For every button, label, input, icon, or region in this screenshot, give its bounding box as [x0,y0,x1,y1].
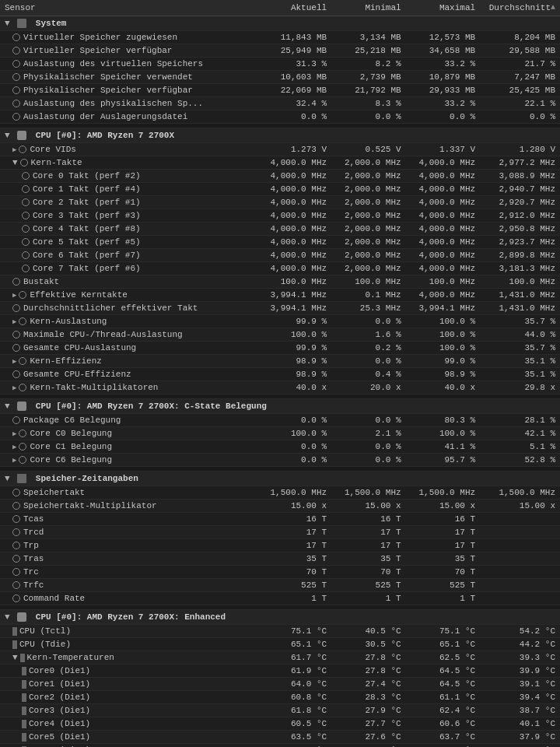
avg-value: 35.7 % [480,315,560,328]
expand-icon[interactable]: ▶ [12,357,16,366]
expand-icon[interactable]: ▶ [12,146,16,154]
col-current: Aktuell [257,0,332,16]
collapse-icon[interactable]: ▼ [5,402,10,411]
sensor-name: Package C6 Belegung [23,416,121,425]
sensor-name: Gesamte CPU-Auslastung [23,343,136,352]
collapse-icon[interactable]: ▼ [12,653,18,662]
current-value: 4,000.0 MHz [257,170,332,183]
temp-bar-icon [22,720,26,728]
min-value: 27.7 °C [331,717,406,731]
temp-bar-icon [20,654,25,662]
sensor-circle-icon [22,251,30,259]
max-value: 41.1 % [406,440,481,454]
sensor-name: Core 5 Takt (perf #5) [33,237,141,247]
sensor-circle-icon [12,594,20,602]
table-row: Auslastung des physikalischen Sp... 32.4… [0,97,560,110]
sensor-circle-icon [22,225,30,233]
sensor-cell: Trc [0,566,257,579]
sensor-name: Core0 (Die1) [29,666,90,675]
max-value: 80.3 % [406,414,481,427]
col-sensor: Sensor [0,0,257,16]
sensor-cell: Core5 (Die1) [0,731,257,744]
collapse-icon[interactable]: ▼ [5,131,10,140]
sensor-circle-icon [22,185,30,193]
table-row: Tcas 16 T 16 T 16 T [0,513,560,526]
max-value: 62.5 °C [406,651,481,665]
sensor-circle-icon [12,113,20,121]
sensor-circle-icon [12,60,20,68]
table-row: Core6 (Die1) 58.9 °C 27.5 °C 58.9 °C 39.… [0,744,560,747]
sensor-name: Kern-Auslastung [30,317,107,326]
min-value: 28.3 °C [331,691,406,704]
expand-icon[interactable]: ▶ [12,456,16,465]
sensor-circle-icon [12,581,20,589]
expand-icon[interactable]: ▶ [12,291,16,300]
min-value: 27.5 °C [331,744,406,747]
max-value: 98.9 % [406,368,481,381]
expand-icon[interactable]: ▶ [12,317,16,326]
sensor-cell: Auslastung des virtuellen Speichers [0,58,257,71]
max-value: 1,500.0 MHz [406,486,481,500]
sensor-cell: Auslastung des physikalischen Sp... [0,97,257,110]
sensor-name: Speichertakt [23,488,85,497]
max-value: 15.00 x [406,500,481,513]
max-value: 75.1 °C [406,625,481,638]
sensor-name: Kern-Takte [31,158,82,167]
table-row: Command Rate 1 T 1 T 1 T [0,592,560,605]
collapse-icon[interactable]: ▼ [5,19,10,28]
collapse-icon[interactable]: ▼ [12,158,18,167]
current-value: 4,000.0 MHz [257,262,332,275]
sensor-cell: Physikalischer Speicher verfügbar [0,84,257,97]
min-value: 1,500.0 MHz [331,486,406,500]
table-row: CPU (Tctl) 75.1 °C 40.5 °C 75.1 °C 54.2 … [0,625,560,638]
current-value: 4,000.0 MHz [257,209,332,223]
sensor-cell: CPU (Tctl) [0,625,257,638]
min-value: 25.3 MHz [331,302,406,315]
current-value: 15.00 x [257,500,332,513]
sensor-cell: ▶Core C0 Belegung [0,427,257,440]
max-value: 17 T [406,526,481,539]
avg-value: 44.2 °C [480,638,560,651]
sensor-name: Virtueller Speicher zugewiesen [23,33,177,42]
min-value: 0.4 % [331,368,406,381]
sensor-cell: ▶Core C6 Belegung [0,454,257,467]
sensor-cell: ▶Core C1 Belegung [0,440,257,454]
sensor-name: Maximale CPU-/Thread-Auslastung [23,330,183,339]
current-value: 1.273 V [257,143,332,156]
max-value: 4,000.0 MHz [406,156,481,170]
expand-icon[interactable]: ▶ [12,384,16,392]
temp-bar-icon [22,667,26,675]
avg-value: 35.7 % [480,342,560,355]
table-row: Physikalischer Speicher verwendet 10,603… [0,71,560,84]
col-avg: Durchschnitt ▲ [480,0,560,16]
sensor-name: Trp [23,541,39,550]
min-value: 0.0 % [331,414,406,427]
expand-icon[interactable]: ▶ [12,443,16,451]
max-value: 64.5 °C [406,665,481,678]
table-row: Core 0 Takt (perf #2) 4,000.0 MHz 2,000.… [0,170,560,183]
sensor-cell: ▶Kern-Auslastung [0,315,257,328]
collapse-icon[interactable]: ▼ [5,474,10,483]
sensor-name: CPU (Tctl) [19,626,71,636]
avg-value: 21.7 % [480,58,560,71]
avg-value: 54.2 °C [480,625,560,638]
sensor-cell: Trfc [0,579,257,592]
min-value: 0.0 % [331,440,406,454]
current-value: 4,000.0 MHz [257,249,332,262]
sensor-name: Core 1 Takt (perf #4) [33,184,141,194]
avg-value: 5.1 % [480,440,560,454]
sensor-cell: Durchschnittlicher effektiver Takt [0,302,257,315]
current-value: 32.4 % [257,97,332,110]
min-value: 25,218 MB [331,44,406,58]
current-value: 70 T [257,566,332,579]
sensor-circle-icon [12,73,20,81]
current-value: 1 T [257,592,332,605]
min-value: 27.4 °C [331,678,406,691]
sensor-name: Core 6 Takt (perf #7) [33,251,141,260]
avg-value: 37.9 °C [480,731,560,744]
sensor-name: Trcd [23,528,44,537]
expand-icon[interactable]: ▶ [12,430,16,438]
collapse-icon[interactable]: ▼ [5,612,10,622]
sensor-cell: Command Rate [0,592,257,605]
sensor-name: Core 0 Takt (perf #2) [33,171,141,181]
